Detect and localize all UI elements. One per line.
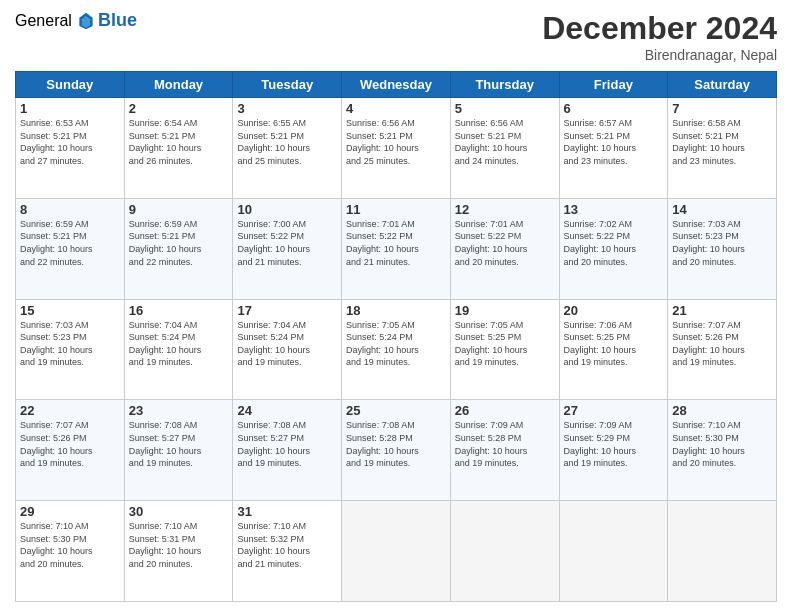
day-info: Sunrise: 7:10 AMSunset: 5:30 PMDaylight:… <box>672 420 745 468</box>
day-number: 24 <box>237 403 337 418</box>
logo-blue: Blue <box>98 10 137 31</box>
table-row: 30 Sunrise: 7:10 AMSunset: 5:31 PMDaylig… <box>124 501 233 602</box>
day-number: 28 <box>672 403 772 418</box>
table-row: 21 Sunrise: 7:07 AMSunset: 5:26 PMDaylig… <box>668 299 777 400</box>
day-info: Sunrise: 7:08 AMSunset: 5:27 PMDaylight:… <box>129 420 202 468</box>
day-info: Sunrise: 7:03 AMSunset: 5:23 PMDaylight:… <box>20 320 93 368</box>
table-row: 28 Sunrise: 7:10 AMSunset: 5:30 PMDaylig… <box>668 400 777 501</box>
table-row: 18 Sunrise: 7:05 AMSunset: 5:24 PMDaylig… <box>342 299 451 400</box>
day-info: Sunrise: 6:58 AMSunset: 5:21 PMDaylight:… <box>672 118 745 166</box>
day-number: 3 <box>237 101 337 116</box>
col-thursday: Thursday <box>450 72 559 98</box>
table-row: 10 Sunrise: 7:00 AMSunset: 5:22 PMDaylig… <box>233 198 342 299</box>
logo-icon <box>76 11 96 31</box>
calendar-row: 8 Sunrise: 6:59 AMSunset: 5:21 PMDayligh… <box>16 198 777 299</box>
table-row <box>668 501 777 602</box>
day-info: Sunrise: 6:55 AMSunset: 5:21 PMDaylight:… <box>237 118 310 166</box>
day-number: 20 <box>564 303 664 318</box>
day-number: 26 <box>455 403 555 418</box>
day-number: 16 <box>129 303 229 318</box>
table-row: 7 Sunrise: 6:58 AMSunset: 5:21 PMDayligh… <box>668 98 777 199</box>
calendar-header-row: Sunday Monday Tuesday Wednesday Thursday… <box>16 72 777 98</box>
table-row <box>450 501 559 602</box>
day-number: 8 <box>20 202 120 217</box>
col-wednesday: Wednesday <box>342 72 451 98</box>
table-row: 1 Sunrise: 6:53 AMSunset: 5:21 PMDayligh… <box>16 98 125 199</box>
day-info: Sunrise: 7:07 AMSunset: 5:26 PMDaylight:… <box>672 320 745 368</box>
table-row: 4 Sunrise: 6:56 AMSunset: 5:21 PMDayligh… <box>342 98 451 199</box>
table-row: 15 Sunrise: 7:03 AMSunset: 5:23 PMDaylig… <box>16 299 125 400</box>
table-row: 23 Sunrise: 7:08 AMSunset: 5:27 PMDaylig… <box>124 400 233 501</box>
table-row: 25 Sunrise: 7:08 AMSunset: 5:28 PMDaylig… <box>342 400 451 501</box>
table-row: 22 Sunrise: 7:07 AMSunset: 5:26 PMDaylig… <box>16 400 125 501</box>
table-row: 3 Sunrise: 6:55 AMSunset: 5:21 PMDayligh… <box>233 98 342 199</box>
calendar: Sunday Monday Tuesday Wednesday Thursday… <box>15 71 777 602</box>
day-info: Sunrise: 7:05 AMSunset: 5:24 PMDaylight:… <box>346 320 419 368</box>
day-number: 21 <box>672 303 772 318</box>
day-number: 9 <box>129 202 229 217</box>
table-row <box>342 501 451 602</box>
day-info: Sunrise: 7:10 AMSunset: 5:32 PMDaylight:… <box>237 521 310 569</box>
day-number: 25 <box>346 403 446 418</box>
day-info: Sunrise: 6:56 AMSunset: 5:21 PMDaylight:… <box>455 118 528 166</box>
day-number: 14 <box>672 202 772 217</box>
calendar-row: 1 Sunrise: 6:53 AMSunset: 5:21 PMDayligh… <box>16 98 777 199</box>
day-info: Sunrise: 7:00 AMSunset: 5:22 PMDaylight:… <box>237 219 310 267</box>
day-info: Sunrise: 7:08 AMSunset: 5:27 PMDaylight:… <box>237 420 310 468</box>
table-row: 6 Sunrise: 6:57 AMSunset: 5:21 PMDayligh… <box>559 98 668 199</box>
day-number: 13 <box>564 202 664 217</box>
day-number: 18 <box>346 303 446 318</box>
col-friday: Friday <box>559 72 668 98</box>
location: Birendranagar, Nepal <box>542 47 777 63</box>
day-number: 10 <box>237 202 337 217</box>
day-number: 7 <box>672 101 772 116</box>
table-row: 14 Sunrise: 7:03 AMSunset: 5:23 PMDaylig… <box>668 198 777 299</box>
day-info: Sunrise: 6:53 AMSunset: 5:21 PMDaylight:… <box>20 118 93 166</box>
table-row: 26 Sunrise: 7:09 AMSunset: 5:28 PMDaylig… <box>450 400 559 501</box>
table-row: 31 Sunrise: 7:10 AMSunset: 5:32 PMDaylig… <box>233 501 342 602</box>
day-info: Sunrise: 6:59 AMSunset: 5:21 PMDaylight:… <box>129 219 202 267</box>
table-row: 9 Sunrise: 6:59 AMSunset: 5:21 PMDayligh… <box>124 198 233 299</box>
day-info: Sunrise: 6:56 AMSunset: 5:21 PMDaylight:… <box>346 118 419 166</box>
day-info: Sunrise: 7:01 AMSunset: 5:22 PMDaylight:… <box>455 219 528 267</box>
table-row: 8 Sunrise: 6:59 AMSunset: 5:21 PMDayligh… <box>16 198 125 299</box>
table-row: 24 Sunrise: 7:08 AMSunset: 5:27 PMDaylig… <box>233 400 342 501</box>
header: General Blue December 2024 Birendranagar… <box>15 10 777 63</box>
day-number: 31 <box>237 504 337 519</box>
table-row: 5 Sunrise: 6:56 AMSunset: 5:21 PMDayligh… <box>450 98 559 199</box>
table-row <box>559 501 668 602</box>
day-info: Sunrise: 7:02 AMSunset: 5:22 PMDaylight:… <box>564 219 637 267</box>
calendar-row: 22 Sunrise: 7:07 AMSunset: 5:26 PMDaylig… <box>16 400 777 501</box>
day-info: Sunrise: 7:04 AMSunset: 5:24 PMDaylight:… <box>129 320 202 368</box>
table-row: 2 Sunrise: 6:54 AMSunset: 5:21 PMDayligh… <box>124 98 233 199</box>
day-info: Sunrise: 7:09 AMSunset: 5:28 PMDaylight:… <box>455 420 528 468</box>
day-info: Sunrise: 7:10 AMSunset: 5:30 PMDaylight:… <box>20 521 93 569</box>
table-row: 12 Sunrise: 7:01 AMSunset: 5:22 PMDaylig… <box>450 198 559 299</box>
day-info: Sunrise: 7:06 AMSunset: 5:25 PMDaylight:… <box>564 320 637 368</box>
table-row: 13 Sunrise: 7:02 AMSunset: 5:22 PMDaylig… <box>559 198 668 299</box>
day-number: 22 <box>20 403 120 418</box>
day-number: 23 <box>129 403 229 418</box>
day-info: Sunrise: 7:07 AMSunset: 5:26 PMDaylight:… <box>20 420 93 468</box>
day-info: Sunrise: 6:54 AMSunset: 5:21 PMDaylight:… <box>129 118 202 166</box>
day-info: Sunrise: 7:01 AMSunset: 5:22 PMDaylight:… <box>346 219 419 267</box>
day-info: Sunrise: 6:57 AMSunset: 5:21 PMDaylight:… <box>564 118 637 166</box>
day-number: 1 <box>20 101 120 116</box>
calendar-row: 29 Sunrise: 7:10 AMSunset: 5:30 PMDaylig… <box>16 501 777 602</box>
page: General Blue December 2024 Birendranagar… <box>0 0 792 612</box>
table-row: 27 Sunrise: 7:09 AMSunset: 5:29 PMDaylig… <box>559 400 668 501</box>
table-row: 17 Sunrise: 7:04 AMSunset: 5:24 PMDaylig… <box>233 299 342 400</box>
col-tuesday: Tuesday <box>233 72 342 98</box>
day-number: 15 <box>20 303 120 318</box>
day-info: Sunrise: 7:04 AMSunset: 5:24 PMDaylight:… <box>237 320 310 368</box>
logo-text: General Blue <box>15 10 137 31</box>
day-number: 5 <box>455 101 555 116</box>
table-row: 11 Sunrise: 7:01 AMSunset: 5:22 PMDaylig… <box>342 198 451 299</box>
col-monday: Monday <box>124 72 233 98</box>
day-number: 12 <box>455 202 555 217</box>
day-info: Sunrise: 7:08 AMSunset: 5:28 PMDaylight:… <box>346 420 419 468</box>
table-row: 16 Sunrise: 7:04 AMSunset: 5:24 PMDaylig… <box>124 299 233 400</box>
title-section: December 2024 Birendranagar, Nepal <box>542 10 777 63</box>
day-number: 30 <box>129 504 229 519</box>
logo: General Blue <box>15 10 137 31</box>
